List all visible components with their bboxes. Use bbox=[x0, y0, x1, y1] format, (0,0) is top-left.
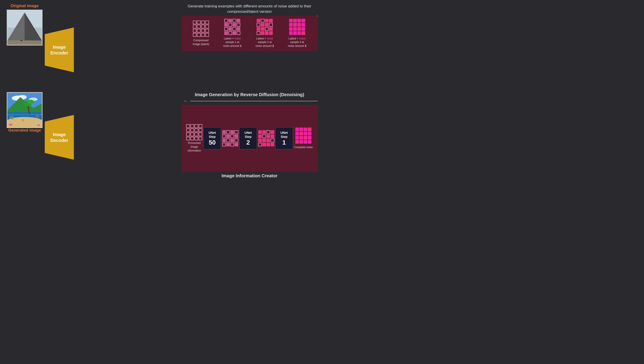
grid-cell bbox=[226, 143, 230, 147]
grid-label-step50: ProcessedImageInformation bbox=[188, 141, 201, 152]
grid-cell bbox=[289, 31, 293, 35]
grid-cell bbox=[199, 137, 202, 140]
grid-cell bbox=[232, 27, 236, 31]
top-section: Original image bbox=[4, 4, 318, 90]
left-col-bottom: Generated image bbox=[4, 92, 45, 178]
grid-cell bbox=[289, 23, 293, 27]
grid-cell bbox=[269, 31, 273, 35]
grid-cell bbox=[186, 137, 190, 140]
grid-cell bbox=[261, 19, 264, 23]
grid-item-step2: UNetStep 2 bbox=[222, 127, 257, 149]
grid-cell bbox=[302, 31, 305, 35]
grid-cell bbox=[266, 143, 270, 147]
grid-cell bbox=[304, 136, 308, 140]
grid-cell bbox=[298, 19, 301, 23]
grid-cell bbox=[234, 134, 238, 138]
grid-cell bbox=[234, 138, 238, 142]
grid-label-latent2: Latent + noisesample 2 atnoise amount 2 bbox=[256, 37, 274, 48]
grid-cell bbox=[265, 27, 269, 31]
grid-cell bbox=[201, 33, 205, 37]
grid-cell bbox=[269, 19, 273, 23]
grid-icon-latent3 bbox=[289, 19, 305, 35]
grid-cell bbox=[205, 29, 209, 33]
grid-item-latent1: Latent + noisesample 1 atnoise amount 1 bbox=[223, 19, 242, 48]
step1-grid-col bbox=[258, 130, 274, 146]
grid-cell bbox=[262, 134, 266, 138]
grid-cell bbox=[226, 138, 230, 142]
maroon-items-top: Compressedimage (latent) bbox=[186, 19, 313, 48]
original-image-box bbox=[7, 10, 42, 46]
grid-item-compressed: Compressedimage (latent) bbox=[193, 21, 209, 46]
grid-cell bbox=[270, 143, 274, 147]
grid-cell bbox=[228, 19, 232, 23]
grid-cell bbox=[302, 23, 305, 27]
grid-cell bbox=[226, 134, 230, 138]
grid-cell bbox=[269, 23, 273, 27]
grid-cell bbox=[194, 137, 198, 140]
grid-cell bbox=[197, 29, 201, 33]
svg-rect-22 bbox=[22, 119, 23, 121]
unet-box-step2: UNetStep 2 bbox=[239, 127, 257, 149]
grid-cell bbox=[258, 143, 262, 147]
bottom-annotation: Image Generation by Reverse Diffusion (D… bbox=[181, 92, 318, 97]
grid-cell bbox=[257, 19, 260, 23]
grid-cell bbox=[300, 127, 303, 131]
grid-cell bbox=[228, 23, 232, 27]
grid-cell bbox=[298, 27, 301, 31]
grid-cell bbox=[232, 31, 236, 35]
grid-cell bbox=[230, 134, 234, 138]
grid-icon-step2 bbox=[222, 130, 238, 146]
grid-cell bbox=[258, 130, 262, 134]
grid-cell bbox=[261, 27, 264, 31]
grid-cell bbox=[266, 130, 270, 134]
bottom-footer-label: Image Information Creator bbox=[181, 173, 318, 178]
bottom-section: Generated image Image Decoder Image Gene… bbox=[4, 92, 318, 178]
step1-group: UNetStep 1 bbox=[258, 127, 293, 149]
grid-cell bbox=[205, 33, 209, 37]
maroon-box-top: Compressedimage (latent) bbox=[181, 16, 318, 51]
grid-cell bbox=[257, 27, 260, 31]
grid-item-latent2: Latent + noisesample 2 atnoise amount 2 bbox=[256, 19, 274, 48]
grid-cell bbox=[262, 130, 266, 134]
original-image-label: Original image bbox=[10, 4, 38, 8]
grid-cell bbox=[258, 138, 262, 142]
grid-cell bbox=[270, 134, 274, 138]
generated-image-box bbox=[7, 92, 42, 128]
grid-icon-latent2 bbox=[257, 19, 273, 35]
grid-cell bbox=[269, 27, 273, 31]
grid-cell bbox=[270, 130, 274, 134]
unet-box-step50: UNetStep 50 bbox=[203, 127, 221, 149]
grid-cell bbox=[302, 19, 305, 23]
generated-image-label: Generated image bbox=[8, 128, 41, 133]
grid-cell bbox=[199, 132, 202, 136]
grid-cell bbox=[224, 31, 228, 35]
grid-cell bbox=[194, 132, 198, 136]
decoder-label: Image Decoder bbox=[50, 132, 68, 143]
grid-cell bbox=[298, 23, 301, 27]
grid-cell bbox=[270, 138, 274, 142]
grid-label-latent3: Latent + noisesample 3 atnoise amount 3 bbox=[288, 37, 306, 48]
grid-cell bbox=[293, 23, 297, 27]
maroon-items-bottom: ProcessedImageInformation UNetStep 50 bbox=[186, 124, 313, 152]
grid-cell bbox=[308, 136, 312, 140]
right-content-bottom: Image Generation by Reverse Diffusion (D… bbox=[181, 92, 318, 178]
grid-cell bbox=[222, 143, 226, 147]
grid-cell bbox=[197, 33, 201, 37]
grid-cell bbox=[257, 23, 260, 27]
grid-cell bbox=[193, 33, 197, 37]
grid-label-compressed: Compressedimage (latent) bbox=[193, 39, 209, 46]
grid-icon-step50 bbox=[186, 124, 202, 140]
grid-cell bbox=[289, 27, 293, 31]
grid-cell bbox=[193, 21, 197, 25]
arrow-row: ← bbox=[181, 98, 318, 104]
grid-cell bbox=[228, 31, 232, 35]
svg-point-23 bbox=[9, 116, 14, 119]
grid-item-step1: UNetStep 1 bbox=[258, 127, 293, 149]
image-decoder-box: Image Decoder bbox=[45, 115, 74, 160]
grid-cell bbox=[190, 137, 194, 140]
grid-cell bbox=[186, 124, 190, 128]
grid-item-complete-noise: Complete noise bbox=[294, 127, 312, 149]
decoder-wrapper: Image Decoder bbox=[45, 96, 181, 178]
grid-cell bbox=[295, 132, 299, 136]
grid-cell bbox=[230, 130, 234, 134]
